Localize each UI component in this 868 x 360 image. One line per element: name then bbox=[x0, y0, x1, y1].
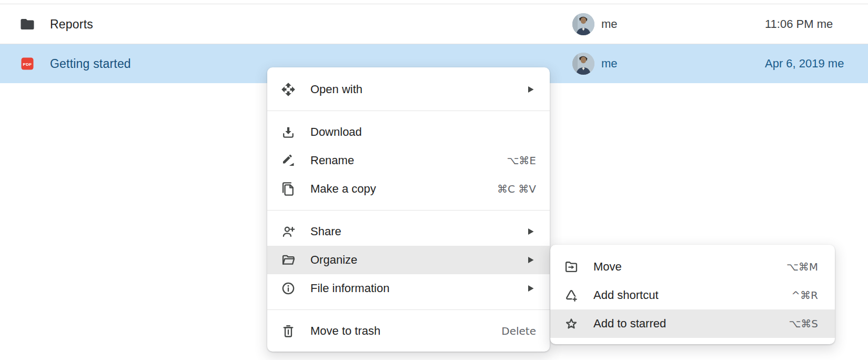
context-menu: Open withDownloadRename⌥⌘EMake a copy⌘C … bbox=[267, 67, 550, 352]
menu-item-label: Share bbox=[310, 225, 528, 238]
menu-item-label: Rename bbox=[310, 154, 507, 167]
drive-file-list-page: Reportsme11:06 PM mePDFGetting startedme… bbox=[0, 0, 868, 360]
folder-icon bbox=[19, 16, 36, 33]
menu-item-label: Move bbox=[593, 260, 786, 274]
menu-divider bbox=[267, 210, 550, 211]
file-row-reports[interactable]: Reportsme11:06 PM me bbox=[0, 4, 868, 44]
menu-item-label: Make a copy bbox=[310, 182, 497, 196]
file-name: Reports bbox=[50, 17, 93, 31]
menu-item-download[interactable]: Download bbox=[267, 118, 550, 146]
organize-submenu: Move⌥⌘MAdd shortcut^⌘RAdd to starred⌥⌘S bbox=[550, 245, 835, 344]
menu-shortcut: ⌥⌘S bbox=[789, 317, 818, 330]
menu-item-rename[interactable]: Rename⌥⌘E bbox=[267, 146, 550, 175]
menu-shortcut: ^⌘R bbox=[791, 289, 818, 302]
menu-item-label: Open with bbox=[310, 83, 528, 96]
menu-item-label: Add shortcut bbox=[593, 288, 791, 302]
menu-item-open-with[interactable]: Open with bbox=[267, 75, 550, 104]
modified-date: 11:06 PM me bbox=[765, 17, 833, 31]
menu-shortcut: ⌥⌘E bbox=[507, 154, 536, 167]
owner-name: me bbox=[601, 57, 618, 71]
menu-shortcut: Delete bbox=[501, 325, 536, 337]
star-icon bbox=[564, 316, 579, 331]
menu-item-make-a-copy[interactable]: Make a copy⌘C ⌘V bbox=[267, 175, 550, 203]
menu-divider bbox=[267, 111, 550, 111]
submenu-arrow-icon bbox=[528, 86, 534, 93]
folder-open-icon bbox=[281, 253, 296, 267]
menu-item-add-shortcut[interactable]: Add shortcut^⌘R bbox=[550, 281, 835, 309]
menu-item-label: File information bbox=[310, 282, 528, 295]
menu-item-label: Download bbox=[310, 125, 536, 139]
owner-avatar bbox=[572, 53, 594, 75]
menu-item-label: Move to trash bbox=[310, 324, 501, 338]
menu-item-file-information[interactable]: File information bbox=[267, 274, 550, 303]
file-name: Getting started bbox=[50, 57, 131, 71]
add-shortcut-icon bbox=[564, 288, 579, 303]
download-icon bbox=[281, 125, 296, 139]
open-with-icon bbox=[281, 82, 296, 97]
menu-shortcut: ⌥⌘M bbox=[786, 261, 818, 273]
owner-name: me bbox=[601, 17, 618, 31]
modified-date: Apr 6, 2019 me bbox=[765, 57, 844, 71]
owner-avatar bbox=[572, 13, 594, 35]
rename-icon bbox=[281, 153, 296, 168]
submenu-arrow-icon bbox=[528, 285, 534, 292]
pdf-badge-text: PDF bbox=[23, 62, 32, 67]
menu-shortcut: ⌘C ⌘V bbox=[497, 183, 536, 195]
menu-divider bbox=[267, 309, 550, 310]
menu-item-move-to-trash[interactable]: Move to trashDelete bbox=[267, 317, 550, 345]
pdf-icon: PDF bbox=[19, 55, 36, 72]
menu-item-organize[interactable]: Organize bbox=[267, 246, 550, 274]
submenu-arrow-icon bbox=[528, 228, 534, 235]
person-add-icon bbox=[281, 224, 296, 239]
submenu-arrow-icon bbox=[528, 256, 534, 264]
menu-item-move[interactable]: Move⌥⌘M bbox=[550, 253, 835, 281]
menu-item-add-to-starred[interactable]: Add to starred⌥⌘S bbox=[550, 309, 835, 338]
folder-move-icon bbox=[564, 259, 579, 274]
copy-icon bbox=[281, 182, 296, 196]
menu-item-label: Add to starred bbox=[593, 317, 789, 331]
menu-item-label: Organize bbox=[310, 253, 528, 267]
trash-icon bbox=[281, 324, 296, 338]
info-icon bbox=[281, 281, 296, 296]
menu-item-share[interactable]: Share bbox=[267, 217, 550, 246]
